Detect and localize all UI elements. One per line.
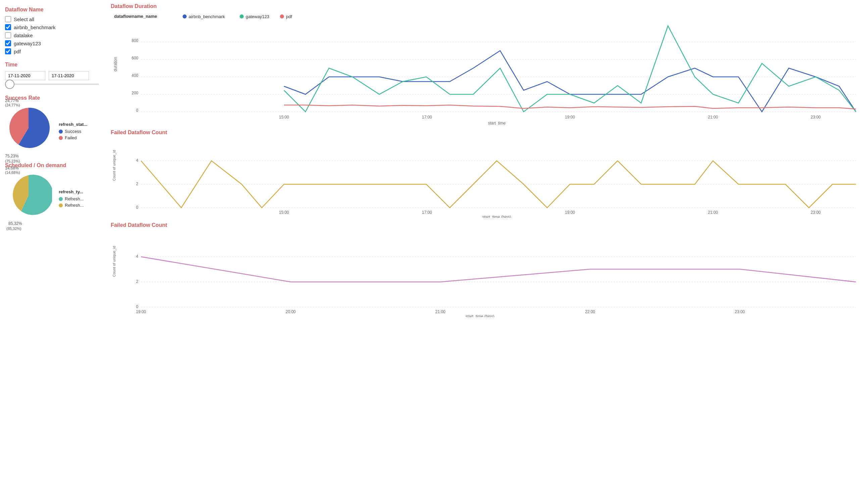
success-legend-label: Success [65,129,81,134]
success-rate-title: Success Rate [5,95,99,101]
scheduled-legend-item1: Refresh... [59,196,84,202]
svg-text:17:00: 17:00 [422,115,432,120]
gateway-checkbox[interactable] [5,40,11,46]
scheduled-paren-label: (85,32%) [6,226,22,231]
date-start-input[interactable] [5,71,45,80]
airbnb-label: airbnb_benchmark [14,25,55,30]
gateway-item[interactable]: gateway123 [5,40,99,46]
success-legend: refresh_stat... Success Failed [59,122,87,142]
teal-dot [59,197,63,201]
datalake-item[interactable]: datalake [5,32,99,38]
svg-text:23:00: 23:00 [735,309,745,314]
svg-point-2 [240,14,244,19]
svg-text:2: 2 [136,279,138,284]
slider-track [5,84,99,85]
failed-count2-title: Failed Dataflow Count [111,222,863,228]
svg-text:4: 4 [136,158,138,163]
success-paren-label: (75,23%) [5,159,20,163]
svg-text:21:00: 21:00 [708,210,718,215]
success-pie-chart [5,104,52,151]
success-legend-title: refresh_stat... [59,122,87,127]
sidebar: Dataflow Name Select all airbnb_benchmar… [0,0,104,490]
main-content: Dataflow Duration dataflowname_name airb… [104,0,868,490]
scheduled-pie-container: 14,68% (14,68%) 85,32% (85,32%) refresh_… [5,172,99,220]
success-pie-wrapper: 24,77% (24,77%) 75,23% (75,23%) [5,104,52,152]
svg-text:0: 0 [136,108,138,113]
airbnb-item[interactable]: airbnb_benchmark [5,24,99,30]
date-inputs [5,71,99,80]
svg-text:19:00: 19:00 [136,309,146,314]
datalake-label: datalake [14,33,33,38]
dataflow-name-title: Dataflow Name [5,7,99,13]
svg-text:Count of unique_id: Count of unique_id [112,246,116,277]
failed-legend-label: Failed [65,135,76,140]
success-rate-section: Success Rate 24,77% (24,77%) 75,23% (75,… [5,95,99,152]
svg-text:23:00: 23:00 [811,115,821,120]
svg-text:17:00: 17:00 [422,210,432,215]
success-percent-label: 75,23% [5,154,19,158]
svg-text:20:00: 20:00 [286,309,296,314]
svg-text:200: 200 [131,91,138,95]
time-slider[interactable] [5,84,99,85]
success-pie-container: 24,77% (24,77%) 75,23% (75,23%) refresh_… [5,104,99,152]
svg-text:15:00: 15:00 [279,115,289,120]
svg-text:15:00: 15:00 [279,210,289,215]
pdf-checkbox[interactable] [5,48,11,54]
duration-chart-section: Dataflow Duration dataflowname_name airb… [111,3,863,126]
scheduled-percent-label: 85,32% [8,221,22,226]
scheduled-legend-label1: Refresh... [65,196,84,202]
svg-text:21:00: 21:00 [435,309,445,314]
select-all-checkbox[interactable] [5,16,11,22]
scheduled-legend-item2: Refresh... [59,203,84,208]
scheduled-legend-title: refresh_ty... [59,189,84,194]
svg-text:0: 0 [136,205,138,210]
success-legend-success: Success [59,129,87,134]
time-title: Time [5,62,99,68]
svg-text:22:00: 22:00 [585,309,595,314]
duration-chart-title: Dataflow Duration [111,3,863,9]
scheduled-pie-wrapper: 14,68% (14,68%) 85,32% (85,32%) [5,172,52,220]
scheduled-legend-label2: Refresh... [65,203,84,208]
svg-text:start_time: start_time [488,121,506,125]
pdf-item[interactable]: pdf [5,48,99,54]
svg-text:19:00: 19:00 [565,115,575,120]
svg-text:0: 0 [136,304,138,309]
svg-text:start_time (bins): start_time (bins) [482,215,511,218]
svg-text:2: 2 [136,182,138,186]
failed-count-chart-section: Failed Dataflow Count Count of unique_id… [111,129,863,219]
svg-text:23:00: 23:00 [811,210,821,215]
ondemand-percent-label: 14,68% [5,166,19,171]
failed-dot [59,136,63,140]
svg-text:start_time (bins): start_time (bins) [466,314,494,317]
airbnb-checkbox[interactable] [5,24,11,30]
scheduled-pie-chart [5,172,52,219]
svg-text:800: 800 [131,38,138,43]
slider-thumb[interactable] [5,80,14,89]
svg-text:400: 400 [131,73,138,78]
select-all-item[interactable]: Select all [5,16,99,22]
success-dot [59,129,63,133]
duration-chart: dataflowname_name airbnb_benchmark gatew… [111,11,863,125]
svg-text:gateway123: gateway123 [246,14,269,19]
scheduled-title: Scheduled / On demand [5,162,99,169]
gold-dot [59,204,63,207]
failed-count2-chart: Count of unique_id 0 2 4 19:00 20:00 21:… [111,230,863,317]
svg-text:Count of unique_id: Count of unique_id [112,150,116,181]
pdf-label: pdf [14,49,21,54]
svg-point-0 [183,14,187,19]
select-all-label: Select all [14,17,34,22]
failed-count2-chart-section: Failed Dataflow Count Count of unique_id… [111,222,863,318]
failed-count-title: Failed Dataflow Count [111,129,863,135]
date-end-input[interactable] [49,71,89,80]
legend-label: dataflowname_name [114,14,157,19]
gateway-label: gateway123 [14,41,41,46]
scheduled-legend: refresh_ty... Refresh... Refresh... [59,189,84,209]
svg-text:airbnb_benchmark: airbnb_benchmark [189,14,225,19]
svg-text:600: 600 [131,56,138,60]
svg-text:4: 4 [136,254,138,259]
datalake-checkbox[interactable] [5,32,11,38]
success-legend-failed: Failed [59,135,87,140]
ondemand-paren-label: (14,68%) [5,171,20,175]
time-section: Time [5,62,99,85]
svg-text:duration: duration [113,57,118,71]
